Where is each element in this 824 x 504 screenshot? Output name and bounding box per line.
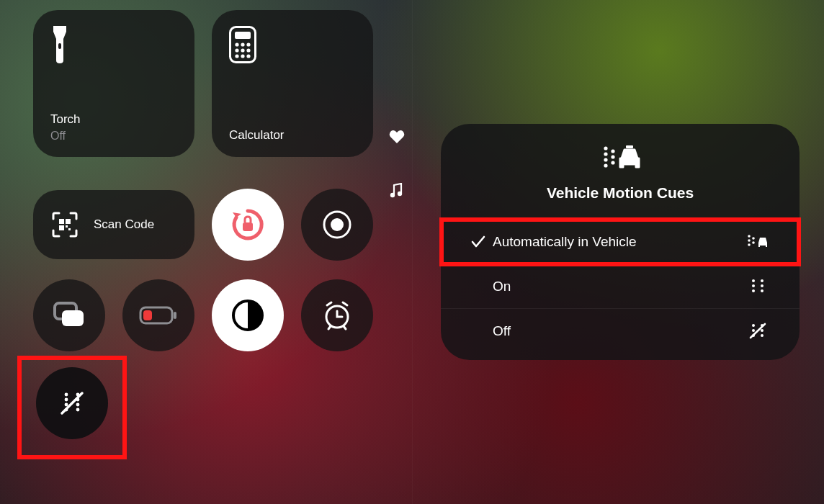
heart-icon[interactable] <box>389 130 405 144</box>
svg-rect-0 <box>58 43 61 49</box>
options-list: Automatically in Vehicle On Off <box>441 219 800 353</box>
svg-point-44 <box>611 161 614 164</box>
svg-point-55 <box>761 284 763 287</box>
calculator-title: Calculator <box>229 128 356 143</box>
svg-point-11 <box>246 54 250 58</box>
svg-point-33 <box>76 403 80 407</box>
svg-point-10 <box>241 54 244 58</box>
svg-rect-23 <box>174 312 176 319</box>
popup-title: Vehicle Motion Cues <box>547 184 694 202</box>
qr-icon <box>50 210 79 239</box>
torch-tile[interactable]: Torch Off <box>33 10 194 157</box>
record-icon <box>321 209 353 240</box>
option-on-label: On <box>493 279 745 294</box>
screen-mirror-button[interactable] <box>33 279 105 351</box>
svg-point-48 <box>748 243 751 246</box>
svg-rect-16 <box>68 228 71 230</box>
svg-point-19 <box>331 218 344 231</box>
svg-rect-17 <box>243 222 253 231</box>
option-automatic-label: Automatically in Vehicle <box>493 234 745 250</box>
svg-point-61 <box>761 329 763 332</box>
svg-point-42 <box>611 149 614 153</box>
svg-point-4 <box>241 42 244 46</box>
split-divider <box>412 0 413 504</box>
control-center: Torch Off Calculator <box>33 10 375 439</box>
svg-point-43 <box>611 155 614 158</box>
svg-point-57 <box>752 324 755 327</box>
svg-point-56 <box>761 289 763 292</box>
svg-point-6 <box>235 48 238 52</box>
svg-rect-13 <box>66 219 71 224</box>
option-off[interactable]: Off <box>441 308 800 353</box>
screen-mirror-icon <box>53 301 86 330</box>
svg-point-8 <box>246 48 250 52</box>
rotation-lock-icon <box>228 205 267 244</box>
torch-status: Off <box>50 130 177 143</box>
tile-row-2: Scan Code <box>33 189 375 261</box>
torch-title: Torch <box>50 112 177 127</box>
svg-point-54 <box>761 279 763 282</box>
svg-point-7 <box>241 48 244 52</box>
svg-rect-12 <box>59 219 64 224</box>
motion-cues-auto-icon <box>745 233 771 251</box>
svg-point-51 <box>752 279 755 282</box>
motion-cues-header-icon <box>600 141 640 176</box>
tile-row-4 <box>33 367 375 439</box>
svg-point-38 <box>604 146 607 150</box>
svg-point-37 <box>398 192 402 196</box>
rotation-lock-button[interactable] <box>212 189 284 261</box>
calculator-icon <box>229 26 356 63</box>
motion-cues-off-icon <box>57 388 87 418</box>
scan-code-tile[interactable]: Scan Code <box>33 190 194 259</box>
torch-icon <box>50 26 177 63</box>
svg-rect-2 <box>235 32 251 39</box>
vehicle-motion-cues-button[interactable] <box>36 367 108 439</box>
svg-rect-15 <box>66 225 68 228</box>
tile-row-3 <box>33 279 375 351</box>
music-note-icon[interactable] <box>389 183 403 199</box>
vehicle-motion-cues-popup: Vehicle Motion Cues Automatically in Veh… <box>441 124 800 360</box>
svg-rect-21 <box>62 310 84 326</box>
checkmark-icon <box>464 235 493 248</box>
option-on[interactable]: On <box>441 264 800 308</box>
svg-point-46 <box>748 235 751 238</box>
svg-point-58 <box>752 329 755 332</box>
option-automatic[interactable]: Automatically in Vehicle <box>441 219 800 264</box>
svg-point-53 <box>752 289 755 292</box>
svg-point-34 <box>76 408 80 412</box>
svg-point-40 <box>604 158 607 161</box>
scan-code-label: Scan Code <box>94 217 154 232</box>
low-power-button[interactable] <box>122 279 194 351</box>
option-off-label: Off <box>493 323 745 339</box>
svg-point-52 <box>752 284 755 287</box>
dark-mode-icon <box>230 298 265 333</box>
svg-point-29 <box>65 403 68 407</box>
svg-rect-14 <box>59 225 64 230</box>
calculator-tile[interactable]: Calculator <box>212 10 373 157</box>
battery-low-icon <box>139 305 178 325</box>
svg-point-3 <box>235 42 238 46</box>
tile-row-1: Torch Off Calculator <box>33 10 375 157</box>
svg-point-47 <box>748 239 751 242</box>
svg-point-39 <box>604 152 607 156</box>
svg-point-9 <box>235 54 238 58</box>
svg-point-27 <box>65 393 68 397</box>
svg-point-50 <box>752 241 755 244</box>
svg-point-41 <box>604 163 607 167</box>
svg-rect-24 <box>143 310 152 320</box>
screen-record-button[interactable] <box>301 189 373 261</box>
alarm-button[interactable] <box>301 279 373 351</box>
svg-point-28 <box>65 398 68 402</box>
dark-mode-button[interactable] <box>212 279 284 351</box>
alarm-icon <box>321 300 353 331</box>
svg-point-49 <box>752 237 755 240</box>
svg-point-62 <box>761 334 763 337</box>
motion-cues-on-icon <box>745 277 771 296</box>
motion-cues-off-icon <box>745 322 771 341</box>
svg-point-5 <box>246 42 250 46</box>
svg-rect-45 <box>626 145 633 148</box>
